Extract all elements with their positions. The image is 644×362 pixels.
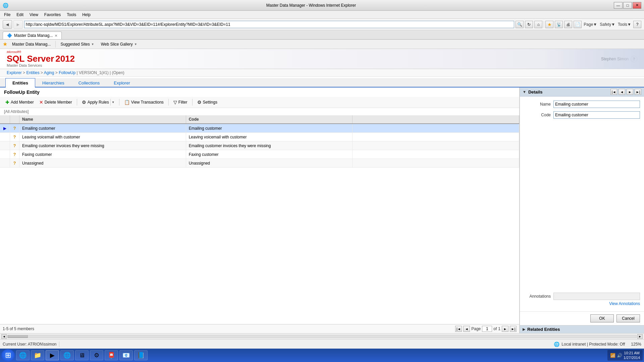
breadcrumb-followup[interactable]: FollowUp bbox=[59, 70, 75, 75]
details-prev-button[interactable]: ◄ bbox=[619, 89, 625, 95]
grid-cell-icon: ? bbox=[10, 133, 19, 141]
scroll-track[interactable] bbox=[7, 335, 637, 338]
sql-year-label: 2012 bbox=[55, 54, 75, 64]
code-field-input[interactable] bbox=[553, 111, 640, 119]
fav-item-web-slice[interactable]: Web Slice Gallery ▼ bbox=[99, 41, 139, 47]
maximize-button[interactable]: □ bbox=[623, 2, 632, 9]
close-button[interactable]: ✕ bbox=[633, 2, 641, 9]
fav-separator bbox=[55, 41, 56, 48]
refresh-button[interactable]: ↻ bbox=[525, 21, 533, 28]
annotations-input[interactable] bbox=[553, 293, 640, 300]
menu-edit[interactable]: Edit bbox=[14, 12, 26, 18]
zone-icon: 🌐 bbox=[554, 342, 559, 347]
total-pages: 1 bbox=[498, 326, 500, 331]
taskbar-app-6[interactable]: ⚙ bbox=[90, 350, 103, 360]
page-label[interactable]: Page▼ bbox=[583, 22, 598, 27]
page-last-button[interactable]: ►| bbox=[510, 326, 517, 332]
page-prev-button[interactable]: ◄ bbox=[463, 326, 470, 332]
menu-view[interactable]: View bbox=[27, 12, 41, 18]
taskbar: ⊞ 🌐 📁 ▶ 🌐 🖥 ⚙ 📮 📧 📘 📶 🔊 10:21 AM 1/27/20… bbox=[0, 349, 644, 362]
taskbar-app-5[interactable]: 🖥 bbox=[75, 350, 89, 360]
sql-server-label: SQL Server bbox=[7, 54, 54, 64]
settings-button[interactable]: ⚙ Settings bbox=[196, 99, 219, 106]
page-button[interactable]: 📄 bbox=[574, 21, 582, 28]
horizontal-scrollbar[interactable]: ◄ ► bbox=[0, 333, 644, 339]
annotations-label: Annotations bbox=[524, 294, 551, 299]
cancel-button[interactable]: Cancel bbox=[616, 314, 640, 322]
fav-item-master-data[interactable]: Master Data Manag... bbox=[10, 41, 53, 47]
of-text: of bbox=[493, 326, 497, 331]
fav-item-suggested-sites[interactable]: Suggested Sites ▼ bbox=[58, 41, 96, 47]
grid-cell-code: Unassigned bbox=[186, 159, 353, 167]
page-input[interactable] bbox=[482, 326, 492, 332]
grid-header-name[interactable]: Name bbox=[19, 115, 186, 123]
rss-button[interactable]: 📡 bbox=[555, 21, 563, 28]
tab-entities[interactable]: Entities bbox=[5, 78, 35, 87]
taskbar-app-9[interactable]: 📘 bbox=[134, 350, 148, 360]
print-button[interactable]: 🖨 bbox=[564, 21, 572, 28]
scroll-thumb[interactable] bbox=[8, 335, 28, 338]
grid-header-code[interactable]: Code bbox=[186, 115, 353, 123]
tab-close-button[interactable]: ✕ bbox=[55, 34, 57, 38]
forward-button[interactable]: ► bbox=[13, 20, 23, 29]
apply-rules-dropdown[interactable]: ▼ bbox=[110, 99, 116, 106]
taskbar-app-1[interactable]: 🌐 bbox=[16, 350, 30, 360]
add-member-button[interactable]: ✚ Add Member bbox=[4, 99, 35, 106]
table-row[interactable]: ▶ ? Emailing customer Emailing customer bbox=[0, 124, 519, 133]
scroll-right-button[interactable]: ► bbox=[637, 334, 643, 339]
favorites-star-button[interactable]: ★ bbox=[545, 21, 553, 28]
home-button[interactable]: ⌂ bbox=[534, 21, 542, 28]
details-first-button[interactable]: |◄ bbox=[610, 89, 617, 95]
page-first-button[interactable]: |◄ bbox=[455, 326, 462, 332]
grid-header-extra bbox=[353, 115, 519, 123]
taskbar-app-2[interactable]: 📁 bbox=[31, 350, 44, 360]
start-button[interactable]: ⊞ bbox=[1, 349, 15, 361]
fav-item-label: Suggested Sites bbox=[60, 42, 90, 47]
apply-rules-button[interactable]: ⚙ Apply Rules bbox=[80, 99, 110, 106]
apply-rules-icon: ⚙ bbox=[82, 100, 86, 105]
filter-button[interactable]: ▽ Filter bbox=[172, 99, 189, 106]
ok-button[interactable]: OK bbox=[590, 314, 614, 322]
details-collapse-button[interactable]: ▼ bbox=[523, 90, 526, 94]
help-button[interactable]: ? bbox=[633, 21, 641, 28]
breadcrumb-aging[interactable]: Aging bbox=[44, 70, 54, 75]
menu-file[interactable]: File bbox=[1, 12, 13, 18]
search-button[interactable]: 🔍 bbox=[516, 21, 524, 28]
safety-label[interactable]: Safety▼ bbox=[599, 22, 616, 27]
name-field-input[interactable] bbox=[553, 101, 640, 108]
taskbar-app-4[interactable]: 🌐 bbox=[60, 350, 74, 360]
minimize-button[interactable]: — bbox=[614, 2, 623, 9]
delete-member-button[interactable]: ✕ Delete Member bbox=[38, 99, 73, 106]
related-entities-expand-button[interactable]: ▶ bbox=[523, 327, 525, 331]
address-input[interactable] bbox=[24, 21, 514, 28]
tab-collections[interactable]: Collections bbox=[71, 78, 107, 87]
table-row[interactable]: ? Unassigned Unassigned bbox=[0, 159, 519, 168]
table-row[interactable]: ? Faxing customer Faxing customer bbox=[0, 150, 519, 159]
breadcrumb-entities[interactable]: Entities bbox=[26, 70, 39, 75]
tab-hierarchies[interactable]: Hierarchies bbox=[35, 78, 71, 87]
status-bar: Current User: ATRION\ssimon 🌐 Local intr… bbox=[0, 339, 644, 349]
page-next-button[interactable]: ► bbox=[502, 326, 508, 332]
details-last-button[interactable]: ►| bbox=[635, 89, 641, 95]
window-title: Master Data Manager - Windows Internet E… bbox=[8, 3, 614, 8]
menu-favorites[interactable]: Favorites bbox=[42, 12, 63, 18]
details-next-button[interactable]: ► bbox=[627, 89, 633, 95]
toolbar-separator bbox=[77, 99, 77, 106]
menu-help[interactable]: Help bbox=[79, 12, 93, 18]
tab-explorer[interactable]: Explorer bbox=[107, 78, 137, 87]
taskbar-app-8[interactable]: 📧 bbox=[119, 350, 133, 360]
table-row[interactable]: ? Leaving voicemail with customer Leavin… bbox=[0, 133, 519, 141]
browser-tab-mds[interactable]: 🔷 Master Data Manag... ✕ bbox=[3, 32, 62, 39]
breadcrumb-explorer[interactable]: Explorer bbox=[7, 70, 22, 75]
taskbar-app-3[interactable]: ▶ bbox=[46, 350, 59, 360]
view-transactions-button[interactable]: 📋 View Transactions bbox=[123, 99, 165, 106]
back-button[interactable]: ◄ bbox=[3, 20, 12, 29]
table-row[interactable]: ? Emailing customer invoices they were m… bbox=[0, 141, 519, 150]
code-field-label: Code bbox=[524, 113, 551, 117]
taskbar-app-7[interactable]: 📮 bbox=[105, 350, 118, 360]
tools-label[interactable]: Tools▼ bbox=[617, 22, 632, 27]
menu-tools[interactable]: Tools bbox=[64, 12, 79, 18]
scroll-left-button[interactable]: ◄ bbox=[1, 334, 7, 339]
validation-icon: ? bbox=[13, 152, 16, 157]
view-annotations-link[interactable]: View Annotations bbox=[524, 301, 640, 306]
